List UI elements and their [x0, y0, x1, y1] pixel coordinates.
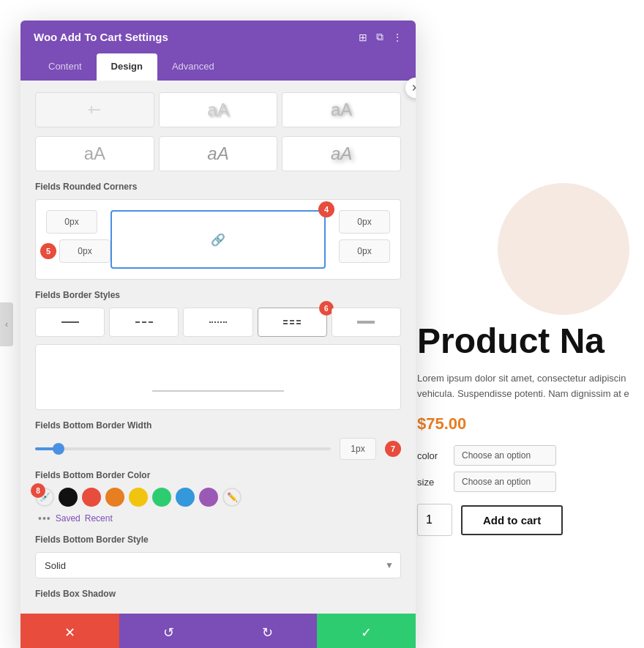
add-to-cart-button[interactable]: Add to cart [461, 505, 563, 535]
tab-design[interactable]: Design [97, 53, 157, 81]
font-style-aa-4[interactable]: aA [159, 136, 278, 171]
panel-body: aA aA aA aA aA Fields Rounded Corners [20, 81, 416, 614]
left-sidebar-arrow[interactable]: ‹ [0, 302, 13, 346]
panel-tabs: Content Design Advanced [20, 53, 416, 81]
color-pencil-button[interactable]: ✏️ [222, 488, 242, 507]
font-style-aa-2[interactable]: aA [282, 92, 401, 127]
link-icon[interactable]: 🔗 [211, 233, 225, 247]
solid-line [61, 321, 79, 323]
double-line [283, 320, 301, 324]
border-preview [35, 344, 401, 410]
font-style-aa-3[interactable]: aA [35, 136, 154, 171]
color-green[interactable] [152, 488, 171, 507]
size-label: size [417, 477, 446, 488]
font-style-aa-1[interactable]: aA [159, 92, 278, 127]
panel-header-icons: ⊞ ⧉ ⋮ [359, 31, 402, 43]
color-black[interactable] [59, 488, 78, 507]
corners-center-box: 🔗 4 [111, 210, 326, 269]
tab-content[interactable]: Content [34, 53, 97, 81]
undo-button[interactable]: ↺ [119, 614, 218, 648]
color-select[interactable]: Choose an option [454, 445, 556, 466]
corners-grid: 🔗 4 5 [46, 210, 390, 269]
panel-footer: ✕ ↺ ↻ ✓ [20, 614, 416, 648]
badge-5: 5 [40, 243, 56, 259]
slider-row: 1px 7 [35, 438, 401, 460]
color-red[interactable] [82, 488, 101, 507]
corner-right-input[interactable] [339, 239, 390, 263]
color-yellow[interactable] [129, 488, 148, 507]
rounded-corners-container: 🔗 4 5 [35, 199, 401, 280]
slider-track[interactable] [35, 447, 331, 450]
badge-8: 8 [31, 483, 45, 498]
redo-button[interactable]: ↻ [218, 614, 317, 648]
box-shadow-label: Fields Box Shadow [35, 589, 401, 599]
expand-icon[interactable]: ⊞ [359, 31, 367, 43]
dashed-line [135, 321, 153, 323]
corner-left-input[interactable] [59, 239, 111, 263]
badge-4: 4 [318, 201, 334, 217]
border-width-label: Fields Bottom Border Width [35, 420, 401, 431]
border-style-dotted[interactable] [183, 308, 252, 337]
border-style-dashed[interactable] [109, 308, 179, 337]
saved-label[interactable]: Saved [56, 513, 80, 524]
font-style-aa-5[interactable]: aA [282, 136, 401, 171]
groove-line [357, 321, 375, 324]
cart-row: Add to cart [417, 504, 637, 536]
decorative-circle [498, 183, 629, 315]
recent-label[interactable]: Recent [85, 513, 113, 524]
tab-advanced[interactable]: Advanced [157, 53, 229, 81]
product-description: Lorem ipsum dolor sit amet, consectetur … [417, 371, 637, 402]
product-content: Product Na Lorem ipsum dolor sit amet, c… [417, 322, 637, 536]
border-preview-inner [152, 362, 284, 392]
rounded-corners-label: Fields Rounded Corners [35, 182, 401, 192]
confirm-button[interactable]: ✓ [317, 614, 416, 648]
color-option-row: color Choose an option [417, 445, 637, 466]
product-title: Product Na [417, 322, 637, 361]
border-style-double[interactable]: 6 [258, 308, 327, 337]
badge-7: 7 [385, 441, 401, 457]
bottom-border-style-select[interactable]: Solid Dashed Dotted Double Groove [35, 552, 401, 578]
cancel-button[interactable]: ✕ [20, 614, 119, 648]
panel-title: Woo Add To Cart Settings [34, 31, 168, 43]
slider-thumb[interactable] [53, 443, 64, 455]
border-style-groove[interactable] [332, 308, 401, 337]
slider-value: 1px [340, 438, 376, 460]
panel-header: Woo Add To Cart Settings ⊞ ⧉ ⋮ [20, 21, 416, 53]
product-options: color Choose an option size Choose an op… [417, 445, 637, 492]
border-styles-row: 6 [35, 308, 401, 337]
split-icon[interactable]: ⧉ [376, 31, 383, 43]
border-style-solid[interactable] [35, 308, 105, 337]
dotted-line [209, 321, 227, 323]
bottom-border-style-dropdown: Solid Dashed Dotted Double Groove ▼ [35, 552, 401, 578]
pencil-icon: ✏️ [227, 492, 238, 502]
corner-top-left-input[interactable] [46, 210, 97, 234]
color-orange[interactable] [105, 488, 124, 507]
color-label: color [417, 450, 446, 461]
size-select[interactable]: Choose an option [454, 472, 556, 492]
border-styles-label: Fields Border Styles [35, 290, 401, 300]
border-color-label: Fields Bottom Border Color [35, 470, 401, 480]
bottom-border-style-label: Fields Bottom Border Style [35, 535, 401, 545]
font-style-disabled[interactable] [35, 92, 154, 127]
quantity-input[interactable] [417, 504, 452, 536]
font-styles-grid: aA aA [35, 92, 401, 127]
product-price: $75.00 [417, 414, 637, 433]
color-purple[interactable] [199, 488, 218, 507]
more-icon[interactable]: ⋮ [392, 31, 402, 43]
settings-panel: Woo Add To Cart Settings ⊞ ⧉ ⋮ Content D… [20, 21, 416, 648]
size-option-row: size Choose an option [417, 472, 637, 492]
dots-icon[interactable]: ••• [38, 513, 51, 524]
eyedropper-button[interactable]: 8 💉 [35, 488, 54, 507]
color-blue[interactable] [176, 488, 195, 507]
color-picker-row: 8 💉 ✏️ [35, 488, 401, 507]
font-styles-grid-2: aA aA aA [35, 136, 401, 171]
saved-recent-row: ••• Saved Recent [35, 513, 401, 524]
corner-top-right-input[interactable] [339, 210, 390, 234]
